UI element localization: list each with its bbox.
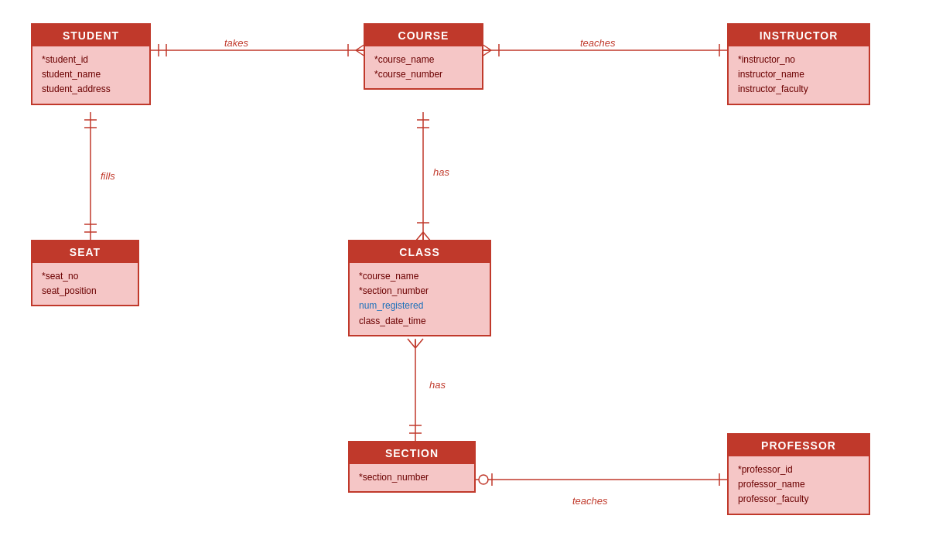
entity-class-header: CLASS [350, 241, 490, 263]
field-class-section-number: *section_number [359, 284, 480, 299]
entity-professor: PROFESSOR *professor_id professor_name p… [727, 433, 870, 515]
entity-instructor-header: INSTRUCTOR [729, 25, 869, 46]
field-professor-id: *professor_id [738, 463, 859, 477]
field-instructor-name: instructor_name [738, 67, 859, 82]
entity-course-body: *course_name *course_number [365, 46, 482, 88]
entity-student-header: STUDENT [32, 25, 149, 46]
entity-section-body: *section_number [350, 464, 474, 491]
label-fills: fills [101, 170, 115, 182]
field-course-number: *course_number [374, 67, 473, 82]
label-teaches-instructor: teaches [580, 37, 616, 49]
field-course-name: *course_name [374, 53, 473, 67]
field-section-number: *section_number [359, 470, 465, 485]
entity-professor-header: PROFESSOR [729, 435, 869, 456]
field-professor-faculty: professor_faculty [738, 492, 859, 507]
entity-course: COURSE *course_name *course_number [364, 23, 483, 90]
entity-section-header: SECTION [350, 442, 474, 464]
label-takes: takes [224, 37, 248, 49]
label-has-course-class: has [433, 166, 449, 178]
field-instructor-no: *instructor_no [738, 53, 859, 67]
field-class-num-registered: num_registered [359, 299, 480, 313]
entity-instructor: INSTRUCTOR *instructor_no instructor_nam… [727, 23, 870, 105]
label-teaches-professor: teaches [572, 495, 608, 507]
svg-point-32 [479, 475, 488, 484]
field-professor-name: professor_name [738, 477, 859, 492]
entity-seat-header: SEAT [32, 241, 138, 263]
entity-seat: SEAT *seat_no seat_position [31, 240, 139, 306]
field-seat-no: *seat_no [42, 269, 128, 284]
entity-instructor-body: *instructor_no instructor_name instructo… [729, 46, 869, 104]
field-instructor-faculty: instructor_faculty [738, 82, 859, 97]
diagram-container: takes teaches fills has has teaches STUD… [0, 0, 929, 560]
entity-course-header: COURSE [365, 25, 482, 46]
svg-line-27 [415, 339, 423, 348]
field-class-date-time: class_date_time [359, 314, 480, 329]
field-class-course-name: *course_name [359, 269, 480, 284]
svg-line-26 [408, 339, 415, 348]
entity-class-body: *course_name *section_number num_registe… [350, 263, 490, 335]
label-has-class-section: has [429, 379, 446, 391]
field-seat-position: seat_position [42, 284, 128, 299]
entity-section: SECTION *section_number [348, 441, 476, 493]
field-student-name: student_name [42, 67, 140, 82]
field-student-address: student_address [42, 82, 140, 97]
entity-class: CLASS *course_name *section_number num_r… [348, 240, 491, 336]
entity-student-body: *student_id student_name student_address [32, 46, 149, 104]
field-student-id: *student_id [42, 53, 140, 67]
entity-professor-body: *professor_id professor_name professor_f… [729, 456, 869, 514]
entity-student: STUDENT *student_id student_name student… [31, 23, 151, 105]
entity-seat-body: *seat_no seat_position [32, 263, 138, 305]
